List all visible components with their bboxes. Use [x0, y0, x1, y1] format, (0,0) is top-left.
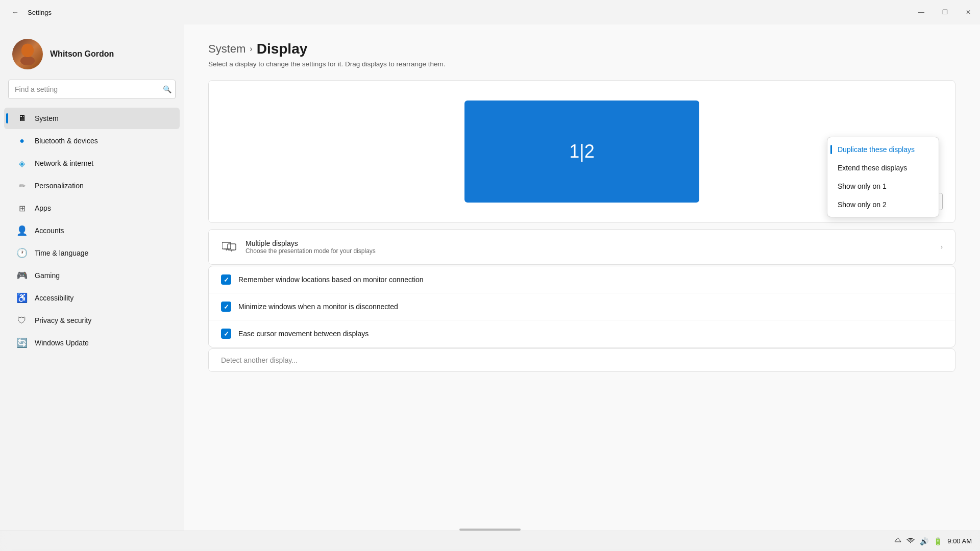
checkbox-row-ease: Ease cursor movement between displays: [209, 320, 955, 347]
svg-rect-0: [222, 242, 231, 249]
back-button[interactable]: ←: [8, 5, 22, 19]
svg-marker-6: [895, 538, 901, 542]
dropdown-item-extend[interactable]: Extend these displays: [827, 159, 939, 177]
battery-taskbar-icon[interactable]: 🔋: [934, 537, 942, 545]
minimize-button[interactable]: —: [910, 0, 933, 24]
nav-item-accessibility[interactable]: ♿ Accessibility: [4, 287, 180, 309]
nav-item-update[interactable]: 🔄 Windows Update: [4, 332, 180, 354]
checkbox-ease[interactable]: [221, 329, 231, 339]
breadcrumb-parent: System: [208, 42, 246, 56]
bluetooth-icon: ●: [16, 135, 28, 146]
personalization-icon: ✏: [16, 180, 28, 191]
dropdown-label-extend: Extend these displays: [838, 164, 907, 172]
app-container: Whitson Gordon 🔍 🖥 System ● Bluetooth & …: [0, 24, 980, 531]
nav-item-privacy[interactable]: 🛡 Privacy & security: [4, 310, 180, 331]
checkbox-minimize[interactable]: [221, 302, 231, 312]
avatar: [12, 39, 43, 69]
multiple-displays-subtitle: Choose the presentation mode for your di…: [246, 247, 933, 255]
breadcrumb: System › Display: [208, 41, 955, 57]
nav-label-accounts: Accounts: [35, 227, 64, 235]
checkbox-label-ease: Ease cursor movement between displays: [238, 330, 369, 338]
dropdown-label-duplicate: Duplicate these displays: [838, 145, 915, 154]
close-button[interactable]: ✕: [957, 0, 980, 24]
breadcrumb-chevron-icon: ›: [250, 44, 252, 54]
nav-item-time[interactable]: 🕐 Time & language: [4, 242, 180, 264]
page-title: Display: [257, 41, 308, 57]
dropdown-item-duplicate[interactable]: Duplicate these displays: [827, 140, 939, 159]
sidebar: Whitson Gordon 🔍 🖥 System ● Bluetooth & …: [0, 24, 184, 531]
network-taskbar-icon[interactable]: [894, 537, 901, 545]
nav-item-system[interactable]: 🖥 System: [4, 108, 180, 129]
search-input[interactable]: [8, 80, 176, 99]
detect-label: Detect another display...: [221, 356, 298, 364]
multiple-displays-row[interactable]: Multiple displays Choose the presentatio…: [208, 229, 955, 265]
multiple-displays-title: Multiple displays: [246, 239, 933, 247]
nav-item-network[interactable]: ◈ Network & internet: [4, 153, 180, 174]
checkbox-label-minimize: Minimize windows when a monitor is disco…: [238, 303, 398, 311]
accessibility-icon: ♿: [16, 292, 28, 304]
nav-label-privacy: Privacy & security: [35, 316, 91, 324]
main-content: System › Display Select a display to cha…: [184, 24, 980, 531]
dropdown-item-show2[interactable]: Show only on 2: [827, 195, 939, 214]
checkbox-row-minimize: Minimize windows when a monitor is disco…: [209, 293, 955, 320]
nav-item-apps[interactable]: ⊞ Apps: [4, 197, 180, 219]
taskbar-icons: 🔊 🔋 9:00 AM: [894, 537, 972, 545]
update-icon: 🔄: [16, 337, 28, 348]
nav-item-bluetooth[interactable]: ● Bluetooth & devices: [4, 130, 180, 152]
nav-label-bluetooth: Bluetooth & devices: [35, 137, 98, 145]
nav-label-system: System: [35, 114, 59, 122]
nav-item-accounts[interactable]: 👤 Accounts: [4, 220, 180, 241]
privacy-icon: 🛡: [16, 315, 28, 326]
detect-row: Detect another display...: [208, 348, 955, 372]
dropdown-item-show1[interactable]: Show only on 1: [827, 177, 939, 195]
titlebar: ← Settings — ❐ ✕: [0, 0, 980, 24]
dropdown-label-show1: Show only on 1: [838, 182, 887, 190]
system-icon: 🖥: [16, 113, 28, 124]
volume-taskbar-icon[interactable]: 🔊: [920, 537, 928, 545]
wifi-taskbar-icon[interactable]: [906, 537, 915, 545]
checkbox-remember[interactable]: [221, 274, 231, 285]
gaming-icon: 🎮: [16, 270, 28, 281]
nav-label-network: Network & internet: [35, 159, 93, 167]
nav-label-apps: Apps: [35, 204, 51, 212]
network-icon: ◈: [16, 158, 28, 169]
multiple-displays-icon: [221, 239, 237, 255]
dropdown-menu: Duplicate these displays Extend these di…: [827, 137, 939, 217]
user-profile: Whitson Gordon: [0, 33, 184, 80]
taskbar-time: 9:00 AM: [947, 537, 972, 545]
restore-button[interactable]: ❐: [933, 0, 957, 24]
nav-label-gaming: Gaming: [35, 271, 60, 280]
dropdown-label-show2: Show only on 2: [838, 201, 887, 209]
username: Whitson Gordon: [50, 49, 114, 59]
window-controls: — ❐ ✕: [910, 0, 980, 24]
nav-label-update: Windows Update: [35, 339, 89, 347]
multiple-displays-chevron-icon: ›: [941, 243, 943, 251]
search-icon[interactable]: 🔍: [163, 85, 172, 93]
nav-item-personalization[interactable]: ✏ Personalization: [4, 175, 180, 196]
multiple-displays-content: Multiple displays Choose the presentatio…: [246, 239, 933, 255]
apps-icon: ⊞: [16, 203, 28, 214]
nav-item-gaming[interactable]: 🎮 Gaming: [4, 265, 180, 286]
display-monitor[interactable]: 1|2: [464, 101, 699, 203]
checkbox-row-remember: Remember window locations based on monit…: [209, 266, 955, 293]
nav-label-accessibility: Accessibility: [35, 294, 74, 302]
titlebar-title: Settings: [28, 9, 52, 16]
time-icon: 🕐: [16, 247, 28, 259]
page-subtitle: Select a display to change the settings …: [208, 60, 955, 68]
accounts-icon: 👤: [16, 225, 28, 236]
taskbar: 🔊 🔋 9:00 AM: [0, 531, 980, 551]
nav-label-time: Time & language: [35, 249, 88, 257]
checkbox-section: Remember window locations based on monit…: [208, 266, 955, 347]
nav-label-personalization: Personalization: [35, 182, 84, 190]
checkbox-label-remember: Remember window locations based on monit…: [238, 276, 424, 284]
search-box: 🔍: [8, 80, 176, 99]
